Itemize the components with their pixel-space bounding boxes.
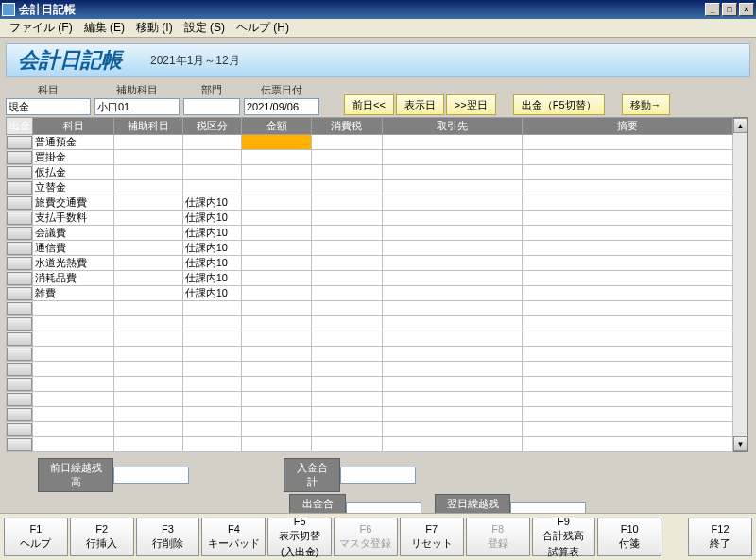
cell-zei[interactable] <box>182 331 241 347</box>
fkey-f1[interactable]: F1ヘルプ <box>4 518 68 556</box>
cell-zei[interactable] <box>182 347 241 362</box>
cell-kamoku[interactable]: 支払手数料 <box>33 211 114 226</box>
cell-kingaku[interactable] <box>241 301 311 316</box>
cell-kamoku[interactable] <box>33 347 114 362</box>
cell-zei[interactable] <box>182 165 241 180</box>
bumon-field[interactable] <box>183 98 240 115</box>
cell-tori[interactable] <box>382 377 523 392</box>
cell-tekiyou[interactable] <box>523 135 733 150</box>
cell-hojo[interactable] <box>114 241 182 256</box>
cell-hojo[interactable] <box>114 422 182 437</box>
cell-zei[interactable] <box>182 407 241 422</box>
cell-shouhi[interactable] <box>312 301 382 316</box>
row-button[interactable] <box>7 212 32 225</box>
cell-kingaku[interactable] <box>241 377 311 392</box>
row-button[interactable] <box>7 257 32 270</box>
cell-shouhi[interactable] <box>312 407 382 422</box>
cell-kingaku[interactable] <box>241 271 311 286</box>
row-button[interactable] <box>7 317 32 331</box>
cell-shouhi[interactable] <box>312 195 382 211</box>
cell-hojo[interactable] <box>114 135 182 150</box>
cell-zei[interactable]: 仕課内10 <box>182 211 241 226</box>
cell-shouhi[interactable] <box>312 135 382 150</box>
cell-hojo[interactable] <box>114 195 182 211</box>
cell-kingaku[interactable] <box>241 286 311 301</box>
row-button[interactable] <box>7 242 32 255</box>
cell-tori[interactable] <box>382 362 523 377</box>
next-day-button[interactable]: >>翌日 <box>446 94 496 115</box>
cell-zei[interactable] <box>182 180 241 195</box>
fkey-f10[interactable]: F10付箋 <box>597 518 662 556</box>
cell-tori[interactable] <box>382 392 523 407</box>
row-button[interactable] <box>7 378 32 391</box>
today-button[interactable]: 表示日 <box>396 94 444 115</box>
cell-kingaku[interactable] <box>241 316 311 331</box>
cell-hojo[interactable] <box>114 165 182 180</box>
cell-zei[interactable] <box>182 316 241 331</box>
cell-tori[interactable] <box>382 195 523 211</box>
cell-kamoku[interactable]: 消耗品費 <box>33 271 114 286</box>
cell-kingaku[interactable] <box>241 437 311 452</box>
maximize-button[interactable]: □ <box>722 3 737 16</box>
cell-tori[interactable] <box>382 347 523 362</box>
cell-tekiyou[interactable] <box>523 347 733 362</box>
cell-hojo[interactable] <box>114 256 182 271</box>
fkey-f12[interactable]: F12終了 <box>688 518 752 556</box>
cell-zei[interactable]: 仕課内10 <box>182 226 241 241</box>
cell-kamoku[interactable]: 立替金 <box>33 180 114 195</box>
cell-tekiyou[interactable] <box>523 211 733 226</box>
row-button[interactable] <box>7 332 32 346</box>
cell-tekiyou[interactable] <box>523 286 733 301</box>
cell-hojo[interactable] <box>114 362 182 377</box>
hojo-field[interactable]: 小口01 <box>94 98 180 115</box>
scroll-up-button[interactable]: ▲ <box>733 118 747 133</box>
row-button[interactable] <box>7 363 32 376</box>
menu-settings[interactable]: 設定 (S) <box>179 18 231 38</box>
cell-zei[interactable] <box>182 392 241 407</box>
cell-tori[interactable] <box>382 256 523 271</box>
cell-zei[interactable] <box>182 362 241 377</box>
row-button[interactable] <box>7 438 32 451</box>
cell-zei[interactable] <box>182 135 241 150</box>
cell-tekiyou[interactable] <box>523 437 733 452</box>
cell-kamoku[interactable]: 仮払金 <box>33 165 114 180</box>
cell-kingaku[interactable] <box>241 211 311 226</box>
cell-zei[interactable]: 仕課内10 <box>182 286 241 301</box>
row-button[interactable] <box>7 151 32 164</box>
cell-kingaku[interactable] <box>241 226 311 241</box>
cell-zei[interactable] <box>182 377 241 392</box>
cell-tori[interactable] <box>382 437 523 452</box>
minimize-button[interactable]: _ <box>705 3 720 16</box>
cell-tekiyou[interactable] <box>523 407 733 422</box>
cell-shouhi[interactable] <box>312 347 382 362</box>
cell-kingaku[interactable] <box>241 331 311 347</box>
cell-hojo[interactable] <box>114 347 182 362</box>
cell-tori[interactable] <box>382 165 523 180</box>
fkey-f4[interactable]: F4キーパッド <box>201 518 266 556</box>
go-button[interactable]: 移動→ <box>622 94 670 115</box>
cell-tekiyou[interactable] <box>523 195 733 211</box>
cell-shouhi[interactable] <box>312 437 382 452</box>
cell-tekiyou[interactable] <box>523 362 733 377</box>
cell-hojo[interactable] <box>114 211 182 226</box>
fkey-f9[interactable]: F9合計残高試算表 <box>532 518 596 556</box>
cell-kingaku[interactable] <box>241 256 311 271</box>
cell-tori[interactable] <box>382 150 523 165</box>
cell-shouhi[interactable] <box>312 150 382 165</box>
cell-tekiyou[interactable] <box>523 377 733 392</box>
cell-kingaku[interactable] <box>241 422 311 437</box>
cell-zei[interactable] <box>182 422 241 437</box>
cell-kamoku[interactable] <box>33 392 114 407</box>
row-button[interactable] <box>7 272 32 285</box>
cell-tekiyou[interactable] <box>523 271 733 286</box>
row-button[interactable] <box>7 287 32 300</box>
cell-tori[interactable] <box>382 271 523 286</box>
cell-zei[interactable]: 仕課内10 <box>182 241 241 256</box>
cell-tekiyou[interactable] <box>523 256 733 271</box>
withdraw-toggle-button[interactable]: 出金（F5切替） <box>513 94 605 115</box>
cell-kamoku[interactable] <box>33 301 114 316</box>
cell-kingaku[interactable] <box>241 165 311 180</box>
cell-tekiyou[interactable] <box>523 241 733 256</box>
row-button[interactable] <box>7 196 32 210</box>
cell-tori[interactable] <box>382 180 523 195</box>
